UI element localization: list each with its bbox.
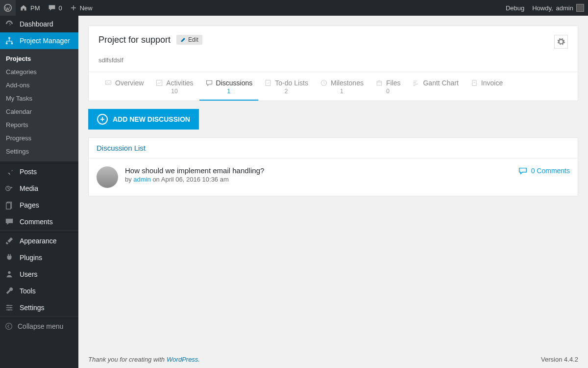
svg-rect-1 [8,37,10,39]
tab-icon [375,79,383,87]
comments-count: 0 Comments [531,167,570,175]
menu-label: Comments [20,218,53,226]
comment-icon [48,4,56,12]
debug-menu[interactable]: Debug [502,0,528,16]
discussion-meta: by admin on April 06, 2016 10:36 am [125,176,264,183]
tab-count: 1 [227,88,231,95]
tab-invoice[interactable]: Invoice [465,72,509,101]
submenu-item-add-ons[interactable]: Add-ons [0,79,78,92]
footer-text: Thank you for creating with [88,356,165,363]
debug-label: Debug [506,4,524,12]
discussion-title: How should we implement email handling? [125,166,264,175]
plug-icon [5,253,15,262]
menu-label: Pages [20,201,39,209]
menu-settings[interactable]: Settings [0,299,78,316]
submenu-item-calendar[interactable]: Calendar [0,105,78,118]
collapse-menu[interactable]: Collapse menu [0,318,78,334]
tab-count: 0 [386,88,390,95]
wp-logo-menu[interactable] [0,0,16,16]
collapse-label: Collapse menu [18,322,63,330]
tab-label: Activities [166,79,193,87]
submenu-item-categories[interactable]: Categories [0,65,78,79]
menu-posts[interactable]: Posts [0,163,78,180]
wordpress-icon [4,4,12,12]
tab-gantt-chart[interactable]: Gantt Chart [406,72,464,101]
avatar-icon [576,4,584,12]
discussion-item[interactable]: How should we implement email handling? … [89,158,578,196]
account-menu[interactable]: Howdy, admin [528,0,588,16]
tab-icon [412,79,420,87]
tab-milestones[interactable]: Milestones1 [314,72,369,101]
site-menu[interactable]: PM [16,0,44,16]
version-label: Version 4.4.2 [541,356,578,363]
tab-discussions[interactable]: Discussions1 [199,72,259,101]
wrench-icon [5,287,15,295]
avatar [97,166,118,188]
plus-circle-icon: + [97,114,108,125]
tab-count: 10 [171,88,177,95]
menu-appearance[interactable]: Appearance [0,233,78,249]
pencil-icon [180,37,186,43]
add-button-label: ADD NEW DISCUSSION [113,115,190,123]
tab-activities[interactable]: Activities10 [149,72,199,101]
home-icon [20,4,27,12]
menu-tools[interactable]: Tools [0,283,78,299]
menu-pages[interactable]: Pages [0,197,78,213]
submenu-item-my-tasks[interactable]: My Tasks [0,92,78,105]
brush-icon [5,237,15,245]
svg-point-11 [6,323,12,330]
comments-count: 0 [59,4,62,12]
tab-overview[interactable]: Overview [98,72,149,101]
discussion-date: April 06, 2016 10:36 am [161,176,229,183]
dashboard-icon [5,20,15,28]
tab-files[interactable]: Files0 [369,72,407,101]
discussion-list-card: Discussion List How should we implement … [88,137,578,196]
plus-icon [70,4,77,11]
svg-rect-15 [266,80,270,85]
menu-label: Project Manager [20,37,70,45]
comments-menu[interactable]: 0 [44,0,66,16]
svg-point-13 [107,82,108,83]
menu-dashboard[interactable]: Dashboard [0,16,78,32]
menu-label: Settings [20,304,45,312]
tab-icon [264,79,272,87]
svg-rect-6 [6,203,11,210]
tab-icon [470,79,478,87]
add-new-discussion-button[interactable]: + ADD NEW DISCUSSION [88,109,199,130]
project-settings-button[interactable] [554,35,568,49]
tab-count: 1 [340,88,343,95]
menu-label: Dashboard [20,20,53,28]
menu-comments[interactable]: Comments [0,213,78,230]
comment-icon [518,166,527,175]
menu-users[interactable]: Users [0,266,78,283]
howdy-user: admin [556,4,573,12]
submenu-item-settings[interactable]: Settings [0,145,78,158]
admin-toolbar: PM 0 New Debug Howdy, admin [0,0,588,16]
discussion-comments-link[interactable]: 0 Comments [518,166,570,175]
user-icon [5,270,15,279]
tab-count: 2 [285,88,288,95]
edit-project-button[interactable]: Edit [176,35,202,45]
menu-media[interactable]: Media [0,180,78,197]
pin-icon [5,167,15,176]
edit-label: Edit [188,36,198,43]
wordpress-link[interactable]: WordPress. [167,356,200,363]
tab-icon [155,79,163,87]
new-menu[interactable]: New [66,0,97,16]
svg-point-10 [8,309,10,311]
project-header-card: Project for support Edit sdlfsfdslf Over… [88,26,578,101]
submenu-item-reports[interactable]: Reports [0,118,78,131]
project-manager-submenu: ProjectsCategoriesAdd-onsMy TasksCalenda… [0,49,78,161]
svg-point-9 [10,307,11,309]
menu-project-manager[interactable]: Project Manager [0,32,78,49]
discussion-list-heading: Discussion List [89,138,578,158]
submenu-item-projects[interactable]: Projects [0,52,78,65]
collapse-icon [5,322,13,330]
tab-to-do-lists[interactable]: To-do Lists2 [258,72,314,101]
submenu-item-progress[interactable]: Progress [0,131,78,145]
tab-icon [104,79,112,87]
menu-label: Tools [20,287,36,295]
author-link[interactable]: admin [133,176,150,183]
menu-plugins[interactable]: Plugins [0,249,78,266]
menu-label: Posts [20,168,37,176]
